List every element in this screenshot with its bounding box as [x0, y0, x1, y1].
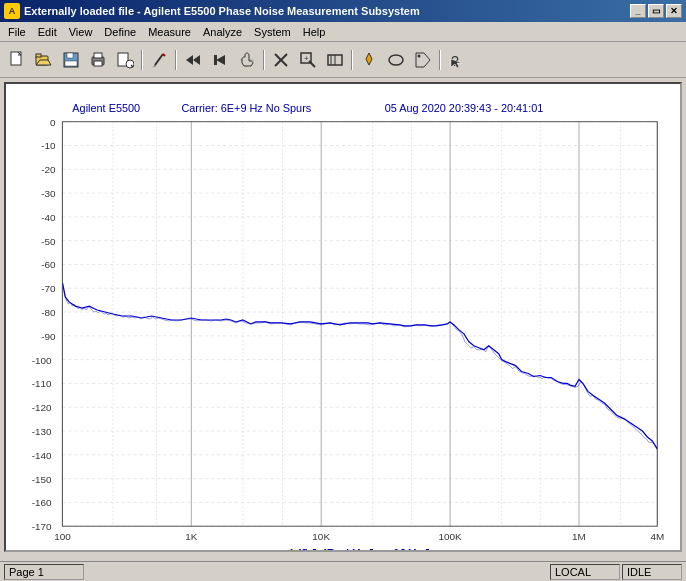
window-title: Externally loaded file - Agilent E5500 P…: [24, 5, 630, 17]
zoom-rect-button[interactable]: +: [295, 47, 321, 73]
svg-line-15: [163, 54, 165, 56]
menu-define[interactable]: Define: [98, 24, 142, 40]
svg-text:-150: -150: [32, 474, 52, 485]
svg-text:4M: 4M: [650, 531, 664, 542]
step-back-button[interactable]: [207, 47, 233, 73]
new-button[interactable]: [4, 47, 30, 73]
svg-rect-5: [67, 53, 73, 58]
svg-text:-60: -60: [41, 259, 56, 270]
tag-button[interactable]: [410, 47, 436, 73]
title-bar: A Externally loaded file - Agilent E5500…: [0, 0, 686, 22]
menu-system[interactable]: System: [248, 24, 297, 40]
svg-text:-30: -30: [41, 188, 56, 199]
chart-area: Agilent E5500 Carrier: 6E+9 Hz No Spurs …: [4, 82, 682, 552]
svg-text:100: 100: [54, 531, 71, 542]
svg-text:-10: -10: [41, 140, 56, 151]
svg-marker-16: [186, 55, 193, 65]
scale-button[interactable]: [322, 47, 348, 73]
toolbar-sep-4: [349, 47, 355, 73]
pan-button[interactable]: [234, 47, 260, 73]
svg-rect-6: [65, 61, 77, 66]
app-icon: A: [4, 3, 20, 19]
svg-line-13: [155, 54, 163, 65]
svg-rect-2: [36, 54, 41, 57]
svg-text:L(f)  [ dBc / Hz ]  vs  f  [ H: L(f) [ dBc / Hz ] vs f [ Hz ]: [290, 547, 430, 550]
chart-title: Agilent E5500: [72, 102, 140, 114]
svg-text:-50: -50: [41, 236, 56, 247]
phase-noise-chart: Agilent E5500 Carrier: 6E+9 Hz No Spurs …: [6, 84, 680, 550]
save-button[interactable]: [58, 47, 84, 73]
svg-text:1M: 1M: [572, 531, 586, 542]
window-controls[interactable]: _ ▭ ✕: [630, 4, 682, 18]
svg-text:1K: 1K: [185, 531, 198, 542]
svg-rect-8: [94, 53, 102, 58]
svg-point-29: [389, 55, 403, 65]
svg-text:-40: -40: [41, 212, 56, 223]
chart-container: Agilent E5500 Carrier: 6E+9 Hz No Spurs …: [6, 84, 680, 550]
oval-button[interactable]: [383, 47, 409, 73]
svg-text:-100: -100: [32, 355, 52, 366]
svg-text:-110: -110: [32, 378, 52, 389]
svg-text:-130: -130: [32, 426, 52, 437]
svg-text:-140: -140: [32, 450, 52, 461]
marker-button[interactable]: [356, 47, 382, 73]
svg-text:+: +: [304, 54, 309, 63]
svg-marker-17: [193, 55, 200, 65]
svg-rect-19: [214, 55, 217, 65]
minimize-button[interactable]: _: [630, 4, 646, 18]
svg-point-31: [418, 54, 421, 57]
svg-line-23: [309, 61, 315, 67]
svg-text:-90: -90: [41, 331, 56, 342]
close-button[interactable]: ✕: [666, 4, 682, 18]
status-bar: Page 1 LOCAL IDLE: [0, 561, 686, 581]
rewind-button[interactable]: [180, 47, 206, 73]
svg-rect-9: [94, 61, 102, 66]
help-cursor-button[interactable]: ?: [444, 47, 470, 73]
menu-analyze[interactable]: Analyze: [197, 24, 248, 40]
menu-view[interactable]: View: [63, 24, 99, 40]
toolbar-sep-2: [173, 47, 179, 73]
svg-text:-20: -20: [41, 164, 56, 175]
menu-edit[interactable]: Edit: [32, 24, 63, 40]
toolbar-sep-1: [139, 47, 145, 73]
svg-text:-70: -70: [41, 283, 56, 294]
toolbar: + ?: [0, 42, 686, 78]
svg-text:05 Aug 2020  20:39:43 - 20:41:: 05 Aug 2020 20:39:43 - 20:41:01: [385, 102, 544, 114]
svg-text:Carrier: 6E+9 Hz   No Spurs: Carrier: 6E+9 Hz No Spurs: [181, 102, 311, 114]
cross-button[interactable]: [268, 47, 294, 73]
svg-text:-120: -120: [32, 402, 52, 413]
open-button[interactable]: [31, 47, 57, 73]
svg-text:-80: -80: [41, 307, 56, 318]
restore-button[interactable]: ▭: [648, 4, 664, 18]
pen-button[interactable]: [146, 47, 172, 73]
print-preview-button[interactable]: [112, 47, 138, 73]
menu-help[interactable]: Help: [297, 24, 332, 40]
svg-text:-160: -160: [32, 497, 52, 508]
toolbar-sep-5: [437, 47, 443, 73]
svg-text:-170: -170: [32, 521, 52, 532]
status-page: Page 1: [4, 564, 84, 580]
print-button[interactable]: [85, 47, 111, 73]
menu-bar: File Edit View Define Measure Analyze Sy…: [0, 22, 686, 42]
menu-measure[interactable]: Measure: [142, 24, 197, 40]
svg-marker-28: [366, 53, 372, 65]
svg-rect-34: [8, 84, 678, 550]
status-idle: IDLE: [622, 564, 682, 580]
svg-text:0: 0: [50, 117, 56, 128]
menu-file[interactable]: File: [2, 24, 32, 40]
status-local: LOCAL: [550, 564, 620, 580]
svg-marker-18: [216, 55, 225, 65]
toolbar-sep-3: [261, 47, 267, 73]
svg-text:100K: 100K: [439, 531, 463, 542]
svg-text:10K: 10K: [312, 531, 330, 542]
